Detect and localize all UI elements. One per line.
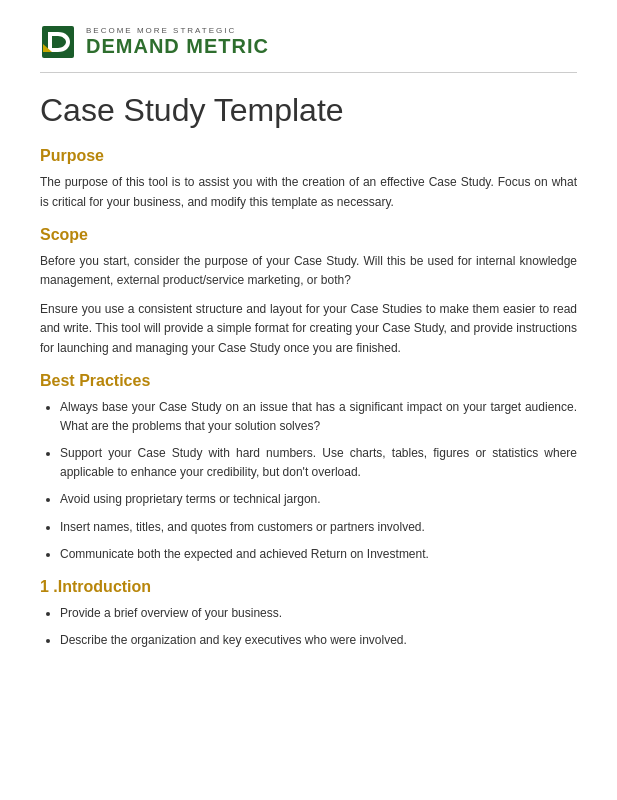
section-heading-best-practices: Best Practices	[40, 372, 577, 390]
section-heading-purpose: Purpose	[40, 147, 577, 165]
bullet-list-introduction: Provide a brief overview of your busines…	[60, 604, 577, 650]
section-purpose: PurposeThe purpose of this tool is to as…	[40, 147, 577, 211]
logo-tagline: Become More Strategic	[86, 26, 269, 35]
paragraph-scope-0: Before you start, consider the purpose o…	[40, 252, 577, 290]
section-best-practices: Best PracticesAlways base your Case Stud…	[40, 372, 577, 564]
list-item: Always base your Case Study on an issue …	[60, 398, 577, 436]
demand-metric-logo-icon	[40, 24, 76, 60]
bullet-list-best-practices: Always base your Case Study on an issue …	[60, 398, 577, 564]
list-item: Insert names, titles, and quotes from cu…	[60, 518, 577, 537]
page-title: Case Study Template	[40, 91, 577, 129]
list-item: Communicate both the expected and achiev…	[60, 545, 577, 564]
list-item: Provide a brief overview of your busines…	[60, 604, 577, 623]
paragraph-scope-1: Ensure you use a consistent structure an…	[40, 300, 577, 358]
logo-text-block: Become More Strategic Demand Metric	[86, 26, 269, 58]
list-item: Describe the organization and key execut…	[60, 631, 577, 650]
section-scope: ScopeBefore you start, consider the purp…	[40, 226, 577, 358]
section-heading-scope: Scope	[40, 226, 577, 244]
document-header: Become More Strategic Demand Metric	[40, 24, 577, 73]
list-item: Avoid using proprietary terms or technic…	[60, 490, 577, 509]
list-item: Support your Case Study with hard number…	[60, 444, 577, 482]
paragraph-purpose-0: The purpose of this tool is to assist yo…	[40, 173, 577, 211]
sections-container: PurposeThe purpose of this tool is to as…	[40, 147, 577, 650]
logo-name: Demand Metric	[86, 35, 269, 58]
section-heading-introduction: 1 .Introduction	[40, 578, 577, 596]
document-page: Become More Strategic Demand Metric Case…	[0, 0, 617, 800]
section-introduction: 1 .IntroductionProvide a brief overview …	[40, 578, 577, 650]
